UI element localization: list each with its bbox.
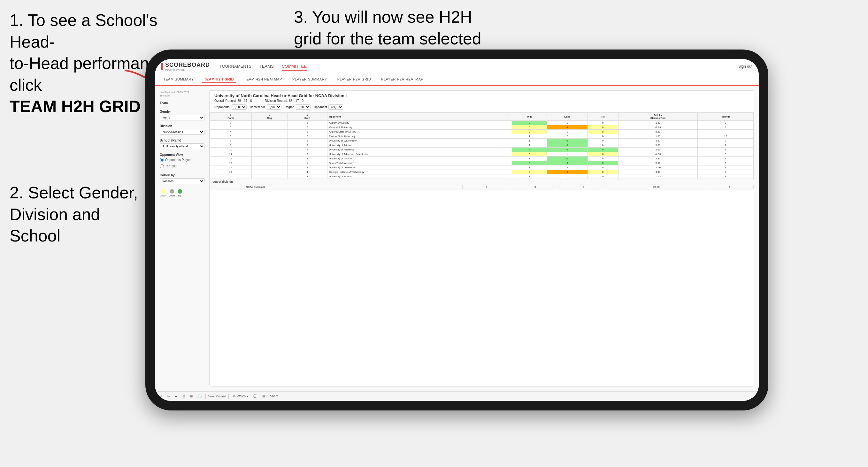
- annotation-mid-left: 2. Select Gender, Division and School: [9, 182, 138, 247]
- crop-button[interactable]: ⊡: [181, 394, 186, 399]
- nav-items: TOURNAMENTS TEAMS COMMITTEE: [219, 63, 729, 71]
- cell-rounds: 8: [698, 125, 754, 130]
- sign-out-button[interactable]: Sign out: [738, 64, 752, 69]
- cell-tie: 0: [588, 130, 618, 134]
- top-100-label: Top 100: [165, 164, 177, 168]
- cell-reg: [251, 125, 287, 130]
- opponent-filter-select[interactable]: (All): [329, 104, 343, 110]
- cell-rank: 2: [210, 121, 252, 125]
- cell-rounds: 3: [698, 152, 754, 157]
- out-of-division-row: NCAA Division II 1 0 0 26.00 3: [210, 185, 754, 189]
- undo-button[interactable]: ↩: [158, 394, 163, 399]
- sub-nav-team-summary[interactable]: TEAM SUMMARY: [161, 76, 196, 83]
- od-division: NCAA Division II: [244, 185, 462, 189]
- cell-loss: 0: [547, 143, 588, 148]
- clock-button[interactable]: 🕐: [196, 394, 203, 399]
- cell-tie: 0: [588, 148, 618, 152]
- conference-filter-select[interactable]: (All): [267, 104, 281, 110]
- back-button[interactable]: ⬅: [174, 394, 179, 399]
- nav-tournaments[interactable]: TOURNAMENTS: [219, 63, 251, 71]
- cell-diff: -2.29: [618, 125, 698, 130]
- cell-rounds: 9: [698, 165, 754, 170]
- cell-diff: 9.00: [618, 143, 698, 148]
- cell-loss: 1: [547, 152, 588, 157]
- table-row: 15 4 Georgia Institute of Technology 0 5…: [210, 170, 754, 175]
- share-button[interactable]: Share: [269, 394, 280, 399]
- conference-filter-label: Conference: [250, 105, 266, 108]
- cell-rounds: 3: [698, 157, 754, 161]
- annotation-bold: TEAM H2H GRID: [9, 97, 141, 116]
- sub-nav-team-h2h-heatmap[interactable]: TEAM H2H HEATMAP: [242, 76, 284, 83]
- cell-conf: 1: [287, 130, 327, 134]
- cell-conf: 2: [287, 165, 327, 170]
- team-label: Team: [160, 101, 205, 105]
- cell-diff: -6.42: [618, 175, 698, 179]
- opponents-played-input[interactable]: [160, 158, 164, 162]
- cell-win: 1: [512, 143, 547, 148]
- sub-nav: TEAM SUMMARY TEAM H2H GRID TEAM H2H HEAT…: [155, 74, 759, 86]
- watch-button[interactable]: 👁 Watch ▾: [231, 394, 249, 399]
- table-body: 2 1 Auburn University 2 1 0 1.67 9 3 2 V…: [210, 121, 754, 179]
- cell-diff: -4.33: [618, 152, 698, 157]
- cell-win: 1: [512, 138, 547, 143]
- cell-rank: 16: [210, 175, 252, 179]
- filter-row: Opponents: (All) Conference (All): [214, 104, 749, 110]
- cell-win: 1: [512, 165, 547, 170]
- logo-area: SCOREBOARD Powered by clippi: [161, 62, 210, 71]
- cell-opponent: Texas Tech University: [327, 161, 512, 165]
- down-label: Down: [160, 194, 166, 197]
- cell-diff: 1.83: [618, 134, 698, 138]
- comment-button[interactable]: 💬: [252, 394, 258, 399]
- cell-rank: 12: [210, 157, 252, 161]
- paste-button[interactable]: ⊞: [189, 394, 194, 399]
- cell-reg: [251, 143, 287, 148]
- table-row: 6 2 Florida State University 1 2 0 1.83 …: [210, 134, 754, 138]
- cell-rounds: 3: [698, 138, 754, 143]
- team-section: Team: [160, 101, 205, 106]
- colour-by-select[interactable]: Win/loss: [160, 178, 205, 184]
- cell-conf: 3: [287, 157, 327, 161]
- cell-diff: 2.29: [618, 130, 698, 134]
- sub-nav-player-h2h-grid[interactable]: PLAYER H2H GRID: [336, 76, 373, 83]
- bottom-toolbar: ↩ ↪ ⬅ ⊡ ⊞ 🕐 View: Original 👁 Watch ▾ 💬 ⊞…: [155, 391, 759, 401]
- sub-nav-player-summary[interactable]: PLAYER SUMMARY: [290, 76, 329, 83]
- cell-rank: 3: [210, 125, 252, 130]
- gender-select[interactable]: Men's: [160, 115, 205, 120]
- sub-nav-player-h2h-heatmap[interactable]: PLAYER H2H HEATMAP: [379, 76, 425, 83]
- region-filter-select[interactable]: (All): [296, 104, 311, 110]
- nav-teams[interactable]: TEAMS: [259, 63, 274, 71]
- cell-win: 1: [512, 157, 547, 161]
- grid-button[interactable]: ⊞: [261, 394, 266, 399]
- view-original-label: View: Original: [208, 395, 226, 398]
- cell-diff: 5.56: [618, 161, 698, 165]
- sub-nav-team-h2h-grid[interactable]: TEAM H2H GRID: [202, 76, 236, 83]
- cell-rounds: 12: [698, 134, 754, 138]
- overall-record: Overall Record: 89 - 17 - 0: [214, 99, 252, 102]
- toolbar-divider2: [228, 394, 229, 399]
- school-select[interactable]: 1. University of Nort...: [160, 144, 205, 149]
- top-100-radio[interactable]: Top 100: [160, 164, 205, 168]
- redo-button[interactable]: ↪: [166, 394, 171, 399]
- opponents-filter-select[interactable]: (All): [232, 104, 247, 110]
- top-100-input[interactable]: [160, 164, 164, 168]
- table-row: 8 2 University of Washington 1 0 0 3.67 …: [210, 138, 754, 143]
- grid-area: University of North Carolina Head-to-Hea…: [209, 90, 754, 386]
- grid-title: University of North Carolina Head-to-Hea…: [214, 93, 749, 98]
- cell-tie: 0: [588, 170, 618, 175]
- cell-opponent: University of Arkansas, Fayetteville: [327, 152, 512, 157]
- cell-rank: 8: [210, 138, 252, 143]
- app-header: SCOREBOARD Powered by clippi TOURNAMENTS…: [155, 59, 759, 74]
- cell-opponent: University of Alabama: [327, 148, 512, 152]
- cell-win: 0: [512, 130, 547, 134]
- cell-conf: 2: [287, 138, 327, 143]
- od-rounds: 3: [705, 185, 754, 189]
- division-label: Division: [160, 124, 205, 128]
- school-section: School (Rank) 1. University of Nort...: [160, 138, 205, 149]
- cell-reg: [251, 170, 287, 175]
- nav-committee[interactable]: COMMITTEE: [282, 63, 307, 71]
- cell-reg: [251, 161, 287, 165]
- division-select[interactable]: NCAA Division I: [160, 129, 205, 135]
- cell-win: 3: [512, 175, 547, 179]
- cell-opponent: University of Arizona: [327, 143, 512, 148]
- opponents-played-radio[interactable]: Opponents Played: [160, 158, 205, 162]
